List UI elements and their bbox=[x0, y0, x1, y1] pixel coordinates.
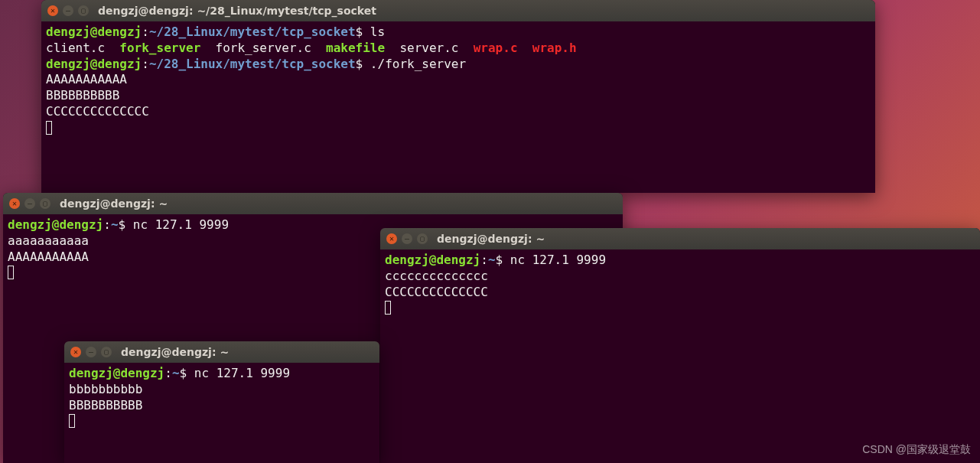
output-line: BBBBBBBBBB bbox=[69, 398, 142, 412]
watermark: CSDN @国家级退堂鼓 bbox=[862, 443, 971, 457]
terminal-client-c[interactable]: ✕ – ▢ dengzj@dengzj: ~ dengzj@dengzj:~$ … bbox=[380, 228, 980, 463]
prompt-colon: : bbox=[103, 217, 111, 232]
output-line: CCCCCCCCCCCCCC bbox=[385, 285, 488, 299]
ls-archive: wrap.c bbox=[474, 41, 518, 55]
prompt-user: dengzj@dengzj bbox=[46, 24, 142, 39]
cursor-icon bbox=[8, 266, 14, 279]
close-icon[interactable]: ✕ bbox=[47, 5, 58, 16]
input-line: cccccccccccccc bbox=[385, 269, 488, 283]
cursor-icon bbox=[46, 121, 52, 135]
ls-file: fork_server.c bbox=[216, 41, 311, 55]
ls-file: client.c bbox=[46, 41, 105, 55]
prompt-dollar: $ bbox=[119, 217, 133, 232]
cmd-nc: nc 127.1 9999 bbox=[510, 253, 606, 267]
prompt-user: dengzj@dengzj bbox=[385, 253, 480, 267]
cmd-nc: nc 127.1 9999 bbox=[194, 366, 290, 380]
terminal-body[interactable]: dengzj@dengzj:~$ nc 127.1 9999 ccccccccc… bbox=[380, 249, 980, 319]
terminal-client-b[interactable]: ✕ – ▢ dengzj@dengzj: ~ dengzj@dengzj:~$ … bbox=[64, 341, 379, 463]
terminal-body[interactable]: dengzj@dengzj:~/28_Linux/mytest/tcp_sock… bbox=[41, 21, 875, 139]
maximize-icon[interactable]: ▢ bbox=[417, 233, 428, 244]
minimize-icon[interactable]: – bbox=[402, 233, 412, 244]
output-line: BBBBBBBBBB bbox=[46, 88, 119, 103]
prompt-colon: : bbox=[164, 366, 172, 380]
prompt-user: dengzj@dengzj bbox=[8, 217, 103, 232]
minimize-icon[interactable]: – bbox=[24, 198, 35, 209]
minimize-icon[interactable]: – bbox=[86, 347, 96, 357]
cursor-icon bbox=[69, 414, 75, 428]
titlebar[interactable]: ✕ – ▢ dengzj@dengzj: ~ bbox=[380, 228, 980, 249]
prompt-dollar: $ bbox=[356, 24, 370, 39]
prompt-path: ~ bbox=[111, 217, 119, 232]
prompt-path: ~/28_Linux/mytest/tcp_socket bbox=[149, 57, 356, 71]
ls-exec: fork_server bbox=[119, 41, 200, 55]
close-icon[interactable]: ✕ bbox=[9, 198, 20, 209]
output-line: CCCCCCCCCCCCCC bbox=[46, 104, 149, 119]
maximize-icon[interactable]: ▢ bbox=[40, 198, 50, 209]
prompt-dollar: $ bbox=[356, 57, 370, 71]
titlebar[interactable]: ✕ – ▢ dengzj@dengzj: ~ bbox=[64, 341, 379, 363]
cmd-ls: ls bbox=[370, 24, 385, 39]
close-icon[interactable]: ✕ bbox=[70, 347, 81, 357]
prompt-dollar: $ bbox=[496, 253, 510, 267]
window-title: dengzj@dengzj: ~/28_Linux/mytest/tcp_soc… bbox=[98, 5, 376, 17]
prompt-colon: : bbox=[142, 57, 149, 71]
prompt-colon: : bbox=[142, 24, 149, 39]
prompt-dollar: $ bbox=[180, 366, 194, 380]
close-icon[interactable]: ✕ bbox=[386, 233, 397, 244]
terminal-server[interactable]: ✕ – ▢ dengzj@dengzj: ~/28_Linux/mytest/t… bbox=[41, 0, 875, 193]
ls-file: server.c bbox=[399, 41, 458, 55]
prompt-path: ~/28_Linux/mytest/tcp_socket bbox=[149, 24, 356, 39]
minimize-icon[interactable]: – bbox=[63, 5, 73, 16]
cmd-run-server: ./fork_server bbox=[370, 57, 466, 71]
ls-archive: wrap.h bbox=[532, 41, 577, 55]
terminal-body[interactable]: dengzj@dengzj:~$ nc 127.1 9999 bbbbbbbbb… bbox=[64, 363, 379, 432]
window-title: dengzj@dengzj: ~ bbox=[437, 233, 545, 245]
cursor-icon bbox=[385, 301, 391, 315]
titlebar[interactable]: ✕ – ▢ dengzj@dengzj: ~ bbox=[3, 193, 623, 214]
maximize-icon[interactable]: ▢ bbox=[78, 5, 89, 16]
prompt-path: ~ bbox=[172, 366, 180, 380]
window-title: dengzj@dengzj: ~ bbox=[60, 197, 168, 210]
prompt-user: dengzj@dengzj bbox=[69, 366, 164, 380]
cmd-nc: nc 127.1 9999 bbox=[133, 217, 229, 232]
prompt-path: ~ bbox=[488, 253, 496, 267]
prompt-user: dengzj@dengzj bbox=[46, 57, 142, 71]
titlebar[interactable]: ✕ – ▢ dengzj@dengzj: ~/28_Linux/mytest/t… bbox=[41, 0, 875, 21]
output-line: AAAAAAAAAAA bbox=[46, 72, 127, 86]
maximize-icon[interactable]: ▢ bbox=[101, 347, 112, 357]
prompt-colon: : bbox=[480, 253, 488, 267]
window-title: dengzj@dengzj: ~ bbox=[121, 346, 229, 358]
input-line: bbbbbbbbbb bbox=[69, 382, 142, 396]
input-line: aaaaaaaaaaa bbox=[8, 233, 89, 248]
output-line: AAAAAAAAAAA bbox=[8, 249, 89, 264]
ls-exec: makefile bbox=[326, 41, 385, 55]
